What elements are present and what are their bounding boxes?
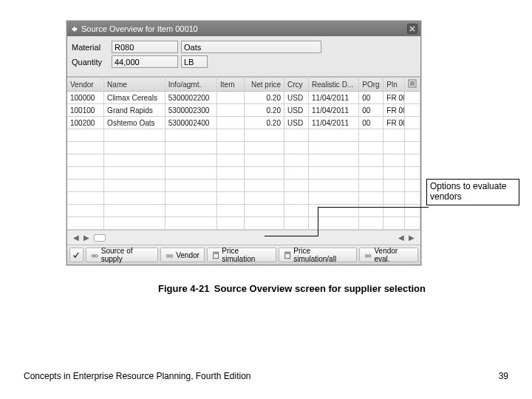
cell <box>284 154 309 167</box>
table-settings-icon[interactable] <box>408 79 417 88</box>
cell[interactable]: Grand Rapids <box>104 104 166 117</box>
cell <box>67 154 104 167</box>
calculator-icon <box>212 251 219 259</box>
col-pln[interactable]: Pln <box>383 78 405 92</box>
cell[interactable]: FR 001 <box>383 92 405 104</box>
table-row[interactable]: 100100Grand Rapids53000023000.20USD11/04… <box>67 104 420 117</box>
cell[interactable]: 0.20 <box>245 117 284 129</box>
quantity-field[interactable]: 44,000 <box>112 55 178 68</box>
cell <box>383 217 405 230</box>
cell[interactable]: 00 <box>359 104 383 117</box>
callout-leader <box>318 207 429 208</box>
price-simulation-button[interactable]: Price simulation <box>207 248 276 262</box>
svg-point-2 <box>92 254 95 256</box>
cell <box>284 217 309 230</box>
cell[interactable]: 100200 <box>67 117 104 129</box>
col-name[interactable]: Name <box>104 78 166 92</box>
cell[interactable]: 11/04/2011 <box>309 117 359 129</box>
cell[interactable]: FR 001 <box>383 117 405 129</box>
vendor-eval-button[interactable]: Vendor eval. <box>359 248 418 262</box>
material-code-field[interactable]: R080 <box>112 41 178 53</box>
svg-rect-1 <box>410 81 415 86</box>
cell[interactable]: 0.20 <box>245 104 284 117</box>
callout-box: Options to evaluate vendors <box>426 179 519 205</box>
table-row[interactable]: 100200Oshtemo Oats53000024000.20USD11/04… <box>67 117 420 129</box>
unit-field[interactable]: LB <box>181 55 208 68</box>
cell <box>405 180 420 192</box>
cell <box>217 167 245 180</box>
cell <box>217 142 245 154</box>
table-row[interactable]: 100000Climax Cereals53000022000.20USD11/… <box>67 92 420 104</box>
table-row <box>67 129 420 142</box>
cell <box>383 180 405 192</box>
col-info[interactable]: Info/agmt. <box>165 78 216 92</box>
price-simulation-all-button[interactable]: Price simulation/all <box>279 248 357 262</box>
cell <box>405 217 420 230</box>
quantity-label: Quantity <box>72 58 112 66</box>
cell[interactable] <box>217 117 245 129</box>
col-date[interactable]: Realistic D... <box>309 78 359 92</box>
cell[interactable]: 100100 <box>67 104 104 117</box>
cell[interactable]: 100000 <box>67 92 104 104</box>
cell[interactable]: Climax Cereals <box>104 92 166 104</box>
cell[interactable] <box>405 92 420 104</box>
cell[interactable]: 5300002300 <box>165 104 216 117</box>
cell[interactable]: 00 <box>359 117 383 129</box>
cell <box>383 129 405 142</box>
cell <box>67 192 104 205</box>
scroll-thumb[interactable] <box>94 234 106 242</box>
cell <box>309 167 359 180</box>
cell[interactable] <box>217 104 245 117</box>
callout-leader <box>318 207 318 236</box>
scroll-right-icon[interactable]: ▶ <box>83 233 89 242</box>
window-menu-icon[interactable] <box>70 25 78 33</box>
cell <box>104 205 166 217</box>
cell <box>104 142 166 154</box>
cell[interactable] <box>405 117 420 129</box>
col-vendor[interactable]: Vendor <box>67 78 104 92</box>
col-netprice[interactable]: Net price <box>245 78 284 92</box>
cell <box>309 217 359 230</box>
cell <box>217 205 245 217</box>
cell[interactable]: USD <box>284 117 309 129</box>
cell <box>309 129 359 142</box>
cell[interactable]: 00 <box>359 92 383 104</box>
cell[interactable]: 0.20 <box>245 92 284 104</box>
cell[interactable]: 5300002400 <box>165 117 216 129</box>
cell[interactable]: 11/04/2011 <box>309 104 359 117</box>
vendor-button[interactable]: Vendor <box>160 248 205 262</box>
cell[interactable]: USD <box>284 104 309 117</box>
svg-point-3 <box>95 254 98 256</box>
cell[interactable]: Oshtemo Oats <box>104 117 166 129</box>
check-button[interactable] <box>69 248 83 262</box>
cell[interactable]: 11/04/2011 <box>309 92 359 104</box>
cell <box>217 129 245 142</box>
scroll-right-icon-2[interactable]: ▶ <box>409 233 415 242</box>
cell <box>405 129 420 142</box>
col-crcy[interactable]: Crcy <box>284 78 309 92</box>
scroll-left-icon[interactable]: ◀ <box>73 233 79 242</box>
cell <box>245 205 284 217</box>
cell <box>165 192 216 205</box>
col-settings[interactable] <box>405 78 420 92</box>
material-desc-field[interactable]: Oats <box>181 41 321 53</box>
scroll-left-icon-2[interactable]: ◀ <box>398 233 404 242</box>
cell[interactable] <box>217 92 245 104</box>
close-button[interactable] <box>407 24 417 34</box>
cell[interactable]: 5300002200 <box>165 92 216 104</box>
svg-point-5 <box>170 254 173 257</box>
cell[interactable]: FR 001 <box>383 104 405 117</box>
cell <box>359 167 383 180</box>
col-porg[interactable]: POrg <box>359 78 383 92</box>
col-item[interactable]: Item <box>217 78 245 92</box>
cell <box>217 180 245 192</box>
cell[interactable] <box>405 104 420 117</box>
cell <box>165 167 216 180</box>
cell[interactable]: USD <box>284 92 309 104</box>
table-row <box>67 154 420 167</box>
cell <box>165 142 216 154</box>
cell <box>359 129 383 142</box>
cell <box>67 180 104 192</box>
table-row <box>67 180 420 192</box>
source-of-supply-button[interactable]: Source of supply <box>86 248 158 262</box>
